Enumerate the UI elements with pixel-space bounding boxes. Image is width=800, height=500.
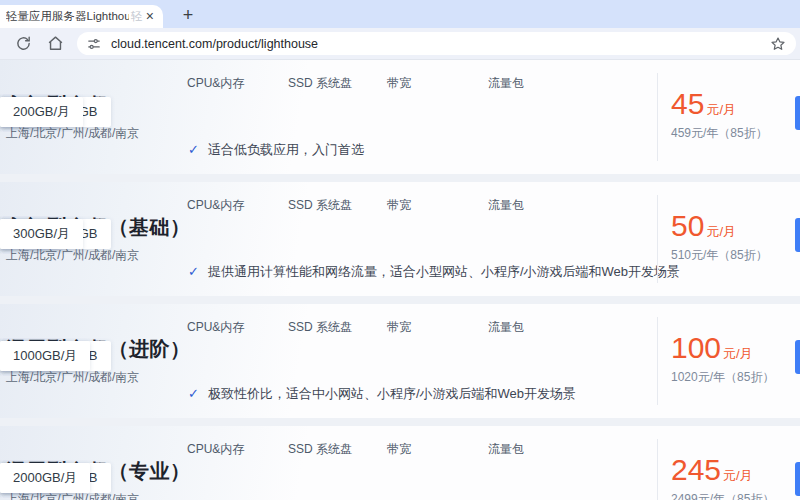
plan-note: 提供通用计算性能和网络流量，适合小型网站、小程序/小游戏后端和Web开发场景 <box>208 264 680 279</box>
column-header-traffic: 流量包 <box>488 441 524 458</box>
price-block: 50元/月 510元/年（85折） <box>671 209 768 264</box>
spec-chip-traffic: 200GB/月 <box>0 97 83 127</box>
column-header-cpu: CPU&内存 <box>187 75 244 92</box>
column-header-ssd: SSD 系统盘 <box>288 441 352 458</box>
reload-icon[interactable] <box>15 35 32 52</box>
plan-card: 入门型套餐 上海/北京/广州/成都/南京 CPU&内存 SSD 系统盘 带宽 流… <box>0 60 800 174</box>
browser-toolbar: cloud.tencent.com/product/lighthouse <box>0 28 800 60</box>
spec-chip-traffic: 300GB/月 <box>0 219 83 249</box>
plan-card: 通用型套餐（专业） 上海/北京/广州/成都/南京 CPU&内存 SSD 系统盘 … <box>0 426 800 500</box>
plan-regions: 上海/北京/广州/成都/南京 <box>6 369 139 386</box>
buy-button[interactable] <box>795 462 800 496</box>
active-tab[interactable]: 轻量应用服务器Lighthouse 轻 × <box>0 5 163 28</box>
tab-close-icon[interactable]: × <box>143 9 157 25</box>
price-divider <box>657 317 658 405</box>
column-header-cpu: CPU&内存 <box>187 441 244 458</box>
price-divider <box>657 73 658 161</box>
spec-chip-traffic: 2000GB/月 <box>0 463 90 493</box>
bookmark-star-icon[interactable] <box>770 36 786 52</box>
check-icon: ✓ <box>188 386 199 401</box>
column-header-traffic: 流量包 <box>488 319 524 336</box>
price-block: 245元/月 2499元/年（85折） <box>671 453 774 500</box>
yearly-price: 1020元/年（85折） <box>671 369 774 386</box>
monthly-price: 45 <box>671 87 704 120</box>
check-icon: ✓ <box>188 142 199 157</box>
price-block: 100元/月 1020元/年（85折） <box>671 331 774 386</box>
yearly-price: 510元/年（85折） <box>671 247 768 264</box>
browser-chrome: 轻量应用服务器Lighthouse 轻 × + cloud.t <box>0 0 800 60</box>
plan-card: 通用型套餐（进阶） 上海/北京/广州/成都/南京 CPU&内存 SSD 系统盘 … <box>0 304 800 418</box>
monthly-price: 245 <box>671 453 721 486</box>
monthly-price: 50 <box>671 209 704 242</box>
address-bar[interactable]: cloud.tencent.com/product/lighthouse <box>77 32 796 55</box>
column-header-bandwidth: 带宽 <box>387 197 411 214</box>
pricing-table: 入门型套餐 上海/北京/广州/成都/南京 CPU&内存 SSD 系统盘 带宽 流… <box>0 60 800 500</box>
plan-note: 适合低负载应用，入门首选 <box>208 142 364 157</box>
plan-card: 入门型套餐（基础） 上海/北京/广州/成都/南京 CPU&内存 SSD 系统盘 … <box>0 182 800 296</box>
column-header-ssd: SSD 系统盘 <box>288 197 352 214</box>
column-header-ssd: SSD 系统盘 <box>288 75 352 92</box>
monthly-price: 100 <box>671 331 721 364</box>
column-header-bandwidth: 带宽 <box>387 319 411 336</box>
plan-regions: 上海/北京/广州/成都/南京 <box>6 125 139 142</box>
check-icon: ✓ <box>188 264 199 279</box>
home-icon[interactable] <box>47 35 64 52</box>
plan-note: 极致性价比，适合中小网站、小程序/小游戏后端和Web开发场景 <box>208 386 576 401</box>
monthly-price-unit: 元/月 <box>706 224 736 239</box>
plan-note-row: ✓极致性价比，适合中小网站、小程序/小游戏后端和Web开发场景 <box>188 385 576 403</box>
plan-note-row: ✓适合低负载应用，入门首选 <box>188 141 364 159</box>
monthly-price-unit: 元/月 <box>706 102 736 117</box>
plan-note-row: ✓提供通用计算性能和网络流量，适合小型网站、小程序/小游戏后端和Web开发场景 <box>188 263 680 281</box>
column-header-traffic: 流量包 <box>488 75 524 92</box>
buy-button[interactable] <box>795 218 800 252</box>
tab-title-overflow: 轻 <box>131 9 143 24</box>
column-header-bandwidth: 带宽 <box>387 441 411 458</box>
url-text[interactable]: cloud.tencent.com/product/lighthouse <box>111 37 318 51</box>
column-header-bandwidth: 带宽 <box>387 75 411 92</box>
column-header-ssd: SSD 系统盘 <box>288 319 352 336</box>
column-header-cpu: CPU&内存 <box>187 197 244 214</box>
tab-strip: 轻量应用服务器Lighthouse 轻 × + <box>0 0 800 28</box>
plan-regions: 上海/北京/广州/成都/南京 <box>6 247 139 264</box>
tab-title: 轻量应用服务器Lighthouse <box>6 9 129 24</box>
yearly-price: 2499元/年（85折） <box>671 491 774 500</box>
price-divider <box>657 195 658 283</box>
column-header-traffic: 流量包 <box>488 197 524 214</box>
monthly-price-unit: 元/月 <box>723 346 753 361</box>
spec-chip-traffic: 1000GB/月 <box>0 341 90 371</box>
column-header-cpu: CPU&内存 <box>187 319 244 336</box>
monthly-price-unit: 元/月 <box>723 468 753 483</box>
buy-button[interactable] <box>795 340 800 374</box>
buy-button[interactable] <box>795 96 800 130</box>
yearly-price: 459元/年（85折） <box>671 125 768 142</box>
price-divider <box>657 439 658 500</box>
new-tab-button[interactable]: + <box>176 3 200 27</box>
site-settings-icon[interactable] <box>87 37 101 51</box>
price-block: 45元/月 459元/年（85折） <box>671 87 768 142</box>
